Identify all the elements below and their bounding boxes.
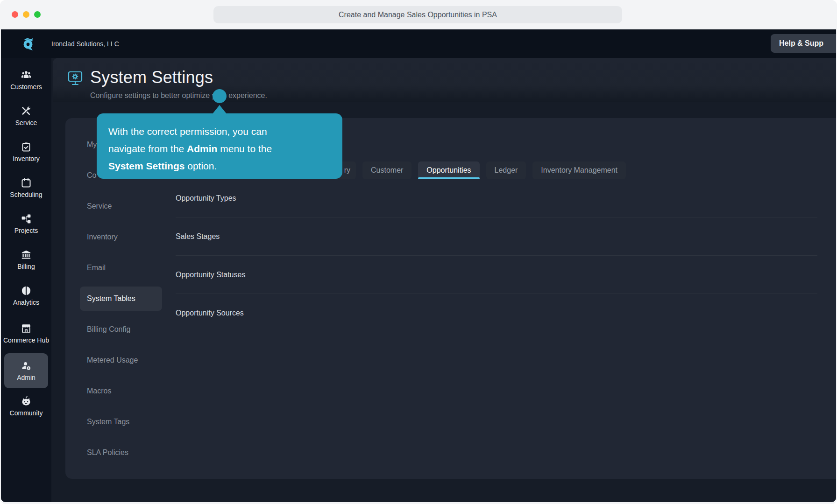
main-content: System Settings Configure settings to be… bbox=[51, 58, 836, 502]
tab-ledger[interactable]: Ledger bbox=[486, 161, 526, 179]
sidebar-item-label: Customers bbox=[10, 83, 42, 91]
tooltip-anchor-dot[interactable] bbox=[213, 89, 227, 103]
settings-nav-item-metered-usage[interactable]: Metered Usage bbox=[80, 345, 162, 376]
psa-app: Ironclad Solutions, LLC Help & Supp Cust… bbox=[1, 29, 836, 502]
app-logo-icon bbox=[21, 36, 35, 51]
sidebar-item-label: Admin bbox=[17, 374, 35, 381]
settings-nav-item-email[interactable]: Email bbox=[80, 252, 162, 283]
page-subtitle: Configure settings to better optimize yo… bbox=[90, 91, 267, 100]
sidebar-item-inventory[interactable]: Inventory bbox=[1, 134, 51, 170]
app-sidebar: Customers Service Inventory Scheduling bbox=[1, 58, 51, 502]
sidebar-item-label: Analytics bbox=[13, 299, 39, 306]
tab-customer[interactable]: Customer bbox=[362, 161, 411, 179]
settings-nav-item-sla-policies[interactable]: SLA Policies bbox=[80, 437, 162, 468]
sidebar-item-admin[interactable]: Admin bbox=[4, 353, 48, 388]
tooltip-text-line: System Settings option. bbox=[108, 157, 342, 175]
settings-display-icon bbox=[67, 70, 83, 87]
scheduling-icon bbox=[21, 177, 32, 189]
settings-nav-item-billing-config[interactable]: Billing Config bbox=[80, 314, 162, 345]
row-opportunity-sources[interactable]: Opportunity Sources bbox=[176, 294, 817, 332]
window-title: Create and Manage Sales Opportunities in… bbox=[213, 6, 622, 23]
browser-window: Create and Manage Sales Opportunities in… bbox=[0, 0, 837, 504]
sidebar-item-scheduling[interactable]: Scheduling bbox=[1, 170, 51, 206]
page-header: System Settings Configure settings to be… bbox=[53, 58, 836, 102]
settings-nav: My Co Service Inventory Email System Tab… bbox=[80, 129, 162, 468]
admin-icon bbox=[21, 360, 32, 371]
settings-nav-item-system-tables[interactable]: System Tables bbox=[80, 287, 162, 311]
community-icon bbox=[21, 396, 32, 407]
sidebar-item-label: Projects bbox=[14, 227, 38, 234]
maximize-window-button[interactable] bbox=[34, 11, 41, 18]
settings-nav-item-inventory[interactable]: Inventory bbox=[80, 222, 162, 252]
settings-nav-item-system-tags[interactable]: System Tags bbox=[80, 406, 162, 437]
sidebar-item-label: Inventory bbox=[13, 155, 40, 162]
sidebar-item-analytics[interactable]: Analytics bbox=[1, 278, 51, 314]
page-title: System Settings bbox=[90, 68, 213, 87]
sidebar-item-label: Service bbox=[15, 119, 37, 126]
row-sales-stages[interactable]: Sales Stages bbox=[176, 217, 817, 256]
sidebar-item-projects[interactable]: Projects bbox=[1, 206, 51, 242]
window-controls bbox=[12, 11, 41, 18]
tooltip-arrow bbox=[212, 105, 227, 114]
sidebar-item-community[interactable]: Community bbox=[1, 388, 51, 424]
tooltip-text-line: With the correct permission, you can bbox=[108, 123, 342, 140]
row-opportunity-types[interactable]: Opportunity Types bbox=[176, 179, 817, 217]
sidebar-item-commerce-hub[interactable]: Commerce Hub bbox=[1, 314, 51, 353]
sidebar-item-service[interactable]: Service bbox=[1, 98, 51, 134]
sidebar-item-label: Scheduling bbox=[10, 191, 42, 198]
inventory-icon bbox=[21, 141, 32, 153]
minimize-window-button[interactable] bbox=[23, 11, 29, 18]
company-name: Ironclad Solutions, LLC bbox=[51, 29, 119, 58]
system-tables-list: Opportunity Types Sales Stages Opportuni… bbox=[176, 179, 817, 332]
service-icon bbox=[21, 105, 32, 117]
onboarding-tooltip: With the correct permission, you can nav… bbox=[97, 113, 342, 179]
browser-titlebar: Create and Manage Sales Opportunities in… bbox=[0, 0, 837, 29]
sidebar-item-customers[interactable]: Customers bbox=[1, 62, 51, 98]
sidebar-item-billing[interactable]: Billing bbox=[1, 242, 51, 278]
sidebar-item-label: Commerce Hub bbox=[3, 336, 49, 344]
settings-nav-item-macros[interactable]: Macros bbox=[80, 376, 162, 406]
tab-inventory-management[interactable]: Inventory Management bbox=[532, 161, 626, 179]
analytics-icon bbox=[21, 285, 32, 296]
sidebar-item-label: Community bbox=[10, 409, 43, 417]
tab-opportunities[interactable]: Opportunities bbox=[418, 161, 479, 179]
tooltip-text-line: navigate from the Admin menu to the bbox=[108, 140, 342, 157]
row-opportunity-statuses[interactable]: Opportunity Statuses bbox=[176, 256, 817, 294]
settings-nav-item-service[interactable]: Service bbox=[80, 191, 162, 222]
app-top-bar: Ironclad Solutions, LLC Help & Supp bbox=[1, 29, 836, 58]
sidebar-item-label: Billing bbox=[17, 263, 35, 270]
customers-icon bbox=[21, 70, 32, 81]
billing-icon bbox=[21, 249, 32, 260]
help-support-button[interactable]: Help & Supp bbox=[771, 34, 836, 53]
commerce-hub-icon bbox=[21, 323, 32, 334]
projects-icon bbox=[21, 213, 32, 224]
close-window-button[interactable] bbox=[12, 11, 18, 18]
